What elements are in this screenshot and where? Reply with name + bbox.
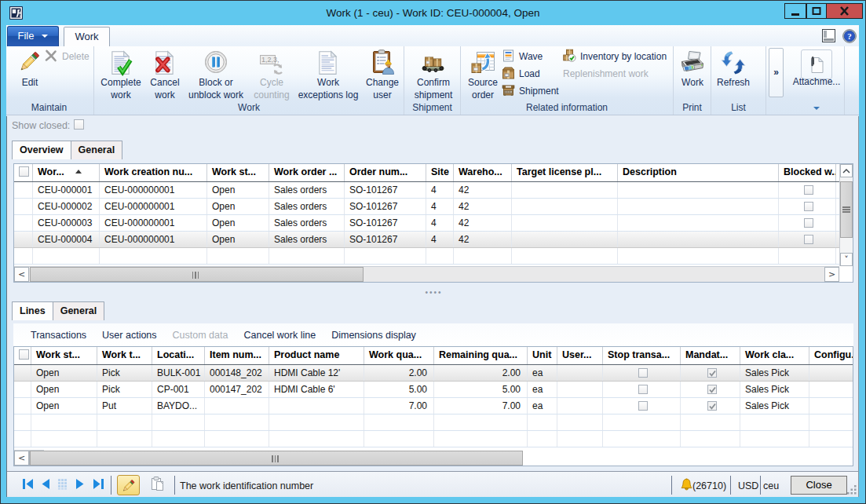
tab-lines-general[interactable]: General	[53, 301, 105, 320]
column-header[interactable]: Item num...	[205, 347, 269, 364]
svg-text:?: ?	[847, 31, 852, 41]
checkbox[interactable]	[804, 185, 813, 195]
ribbon-button-confirm-shipment[interactable]: Confirmshipment	[408, 48, 459, 101]
table-row[interactable]: OpenPickBULK-001000148_202HDMI Cable 12'…	[14, 365, 853, 382]
attachments-dropdown[interactable]	[801, 101, 832, 112]
alert-count[interactable]: (26710)	[692, 480, 726, 491]
splitter-handle[interactable]: ••••	[5, 287, 863, 294]
company-indicator[interactable]: ceu	[763, 480, 779, 491]
ribbon-button-wave[interactable]: Wave	[502, 49, 543, 64]
scroll-down-button[interactable]: ˅	[840, 253, 853, 266]
action-link-transactions[interactable]: Transactions	[31, 330, 86, 341]
ribbon-button-source-order[interactable]: Sourceorder	[464, 48, 502, 101]
column-header[interactable]: Unit	[528, 347, 557, 364]
layout-icon[interactable]	[822, 29, 835, 46]
table-row[interactable]: OpenPutBAYDO...7.007.00eaSales Pick	[14, 398, 853, 415]
ribbon-button-refresh[interactable]: Refresh	[714, 48, 753, 89]
ribbon-overflow-button[interactable]: »	[769, 48, 784, 97]
checkbox[interactable]	[804, 218, 813, 228]
scroll-up-button[interactable]	[840, 164, 853, 177]
column-header[interactable]: Work order ...	[269, 164, 345, 181]
attachments-label[interactable]: Attachme...	[785, 76, 848, 87]
checkbox[interactable]	[638, 401, 648, 411]
minimize-button[interactable]	[784, 3, 806, 19]
ribbon-button-edit[interactable]: Edit	[12, 48, 48, 89]
nav-previous-icon[interactable]	[40, 478, 51, 492]
paste-icon[interactable]	[150, 477, 166, 495]
ribbon-button-load[interactable]: Load	[502, 67, 540, 81]
tab-overview[interactable]: Overview	[12, 141, 71, 159]
ribbon-button-block-or-unblock-work[interactable]: Block orunblock work	[185, 48, 247, 101]
action-link-dimensions-display[interactable]: Dimensions display	[331, 330, 416, 341]
checkbox[interactable]	[19, 349, 29, 360]
column-header[interactable]: Work st...	[31, 347, 97, 364]
column-header[interactable]: Work t...	[97, 347, 152, 364]
attachments-button[interactable]	[801, 49, 832, 79]
checkbox[interactable]	[638, 368, 648, 378]
pencil-icon	[121, 479, 136, 494]
table-row[interactable]: CEU-000003CEU-000000001OpenSales ordersS…	[14, 215, 839, 232]
close-window-button[interactable]	[826, 3, 863, 19]
column-header[interactable]: Configu...	[809, 347, 853, 364]
table-row[interactable]: CEU-000001CEU-000000001OpenSales ordersS…	[14, 182, 839, 199]
resize-grip[interactable]	[846, 484, 857, 495]
ribbon-button-inventory-by-location[interactable]: Inventory by location	[563, 49, 667, 64]
column-header[interactable]: Blocked w...	[779, 164, 836, 181]
column-header[interactable]: Work qua...	[364, 347, 434, 364]
tab-lines-lines[interactable]: Lines	[12, 301, 53, 320]
close-form-button[interactable]: Close	[791, 476, 847, 495]
scrollbar-thumb[interactable]	[30, 267, 364, 282]
column-header[interactable]: Work cla...	[740, 347, 809, 364]
column-header[interactable]: Target license pl...	[512, 164, 618, 181]
column-header[interactable]: Mandat...	[681, 347, 740, 364]
nav-last-icon[interactable]	[92, 478, 104, 492]
ribbon-button-shipment[interactable]: Shipment	[502, 84, 559, 98]
nav-first-icon[interactable]	[22, 478, 35, 492]
horizontal-scrollbar[interactable]: <>	[14, 266, 839, 282]
file-menu-button[interactable]: File	[7, 26, 59, 46]
column-header[interactable]: Product name	[269, 347, 364, 364]
vertical-scrollbar[interactable]: ˅	[839, 164, 853, 266]
column-header[interactable]: Locati...	[152, 347, 205, 364]
ribbon-group-list: RefreshList	[711, 46, 766, 115]
ribbon-button-work-exceptions-log[interactable]: Workexceptions log	[295, 48, 361, 101]
tab-general[interactable]: General	[71, 141, 123, 159]
checkbox[interactable]	[804, 202, 813, 211]
bell-icon[interactable]	[681, 478, 692, 494]
column-header[interactable]: Site	[426, 164, 454, 181]
maximize-button[interactable]	[806, 3, 827, 19]
column-header[interactable]: Order num...	[345, 164, 426, 181]
scrollbar-thumb[interactable]	[30, 451, 523, 466]
column-header[interactable]: Work st...	[207, 164, 269, 181]
column-header[interactable]: Wareho...	[454, 164, 512, 181]
column-header[interactable]: Remaining qua...	[434, 347, 528, 364]
table-row[interactable]: CEU-000002CEU-000000001OpenSales ordersS…	[14, 199, 839, 215]
show-closed-checkbox[interactable]	[74, 119, 84, 130]
checkbox[interactable]	[638, 385, 648, 394]
column-header[interactable]: Work creation nu...	[100, 164, 207, 181]
ribbon-button-change-user[interactable]: Changeuser	[361, 48, 404, 101]
column-header[interactable]: Description	[618, 164, 779, 181]
ribbon-button-complete-work[interactable]: Completework	[98, 48, 144, 101]
help-icon[interactable]: ?	[842, 29, 857, 46]
scroll-left-button[interactable]: <	[14, 267, 29, 282]
scroll-right-button[interactable]: >	[824, 267, 839, 282]
currency-indicator[interactable]: USD	[738, 480, 758, 491]
action-link-user-actions[interactable]: User actions	[102, 330, 156, 341]
tab-work[interactable]: Work	[64, 27, 110, 46]
edit-mode-button[interactable]	[117, 475, 140, 495]
column-header[interactable]: Stop transa...	[603, 347, 681, 364]
checkbox[interactable]	[804, 235, 813, 244]
scroll-left-button[interactable]: <	[14, 451, 29, 466]
ribbon-button-work[interactable]: Work	[674, 48, 711, 89]
checkbox[interactable]	[19, 166, 29, 177]
action-link-cancel-work-line[interactable]: Cancel work line	[243, 330, 316, 341]
ribbon-button-cancel-work[interactable]: Cancelwork	[144, 48, 185, 101]
table-row[interactable]: CEU-000004CEU-000000001OpenSales ordersS…	[14, 232, 839, 248]
table-row[interactable]: OpenPickCP-001000147_202HDMI Cable 6'5.0…	[14, 382, 853, 398]
scrollbar-thumb[interactable]	[840, 181, 853, 238]
column-header[interactable]: Wor...	[33, 164, 100, 181]
horizontal-scrollbar[interactable]: <>	[14, 450, 44, 466]
nav-next-icon[interactable]	[75, 478, 86, 492]
column-header[interactable]: User...	[557, 347, 603, 364]
